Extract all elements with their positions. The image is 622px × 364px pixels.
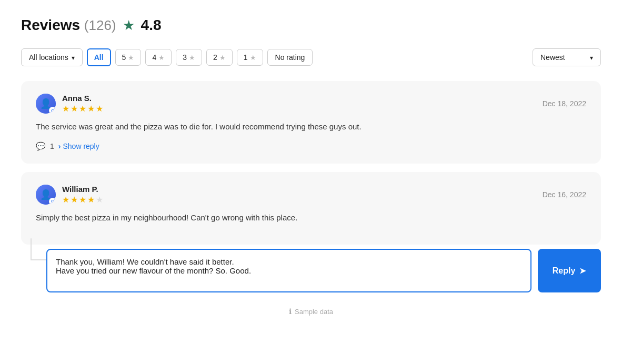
star-icon-2: ★ [219, 54, 226, 62]
star-1-4: ★ [87, 104, 95, 114]
info-icon: ℹ [289, 307, 292, 316]
sample-data-label: Sample data [295, 308, 333, 316]
star-1-1: ★ [62, 104, 69, 114]
reviewer-info-2: 👤 G William P. ★ ★ ★ ★ ★ [36, 185, 103, 205]
google-badge-1: G [49, 107, 56, 114]
show-reply-label-1: Show reply [63, 142, 99, 150]
reply-connector-vertical [31, 238, 32, 260]
filter-chip-1[interactable]: 1 ★ [237, 49, 263, 66]
chip-4-label: 4 [152, 53, 156, 62]
star-rating-2: ★ ★ ★ ★ ★ [62, 195, 103, 205]
star-icon-1: ★ [250, 54, 256, 62]
star-icon-3: ★ [189, 54, 195, 62]
filter-bar: All locations All 5 ★ 4 ★ 3 ★ 2 ★ 1 [21, 48, 601, 66]
review-text-2: Simply the best pizza in my neighbourhoo… [36, 212, 586, 224]
star-2-5: ★ [96, 195, 103, 205]
sort-label: Newest [540, 53, 565, 62]
chevron-down-icon [72, 53, 75, 62]
avatar-2: 👤 G [36, 185, 56, 205]
sample-data-footer: ℹ Sample data [21, 307, 601, 316]
reply-input-row: Reply ➤ [46, 249, 601, 292]
reply-button[interactable]: Reply ➤ [538, 249, 601, 292]
reply-row-1: 💬 1 › Show reply [36, 141, 586, 151]
reviewer-name-1: Anna S. [62, 94, 103, 103]
chip-all-label: All [94, 53, 104, 62]
filter-chips-group: All locations All 5 ★ 4 ★ 3 ★ 2 ★ 1 [21, 48, 313, 66]
no-rating-label: No rating [275, 53, 305, 62]
overall-star-icon: ★ [123, 17, 135, 34]
star-2-1: ★ [62, 195, 69, 205]
comment-icon-1: 💬 [36, 141, 46, 151]
review-date-1: Dec 18, 2022 [543, 99, 586, 108]
review-header-2: 👤 G William P. ★ ★ ★ ★ ★ Dec 16, 2022 [36, 185, 586, 205]
chevron-right-icon: › [58, 142, 61, 150]
show-reply-button-1[interactable]: › Show reply [58, 142, 99, 150]
reviews-header: Reviews (126) ★ 4.8 [21, 17, 601, 34]
review-header-1: 👤 G Anna S. ★ ★ ★ ★ ★ Dec 18, 2022 [36, 94, 586, 114]
sort-chevron-icon [590, 53, 593, 62]
reply-area: Reply ➤ [21, 249, 601, 292]
reply-textarea[interactable] [46, 249, 531, 292]
star-1-2: ★ [71, 104, 78, 114]
review-count: (126) [84, 17, 116, 33]
filter-chip-5[interactable]: 5 ★ [115, 49, 142, 66]
reviewer-name-rating-2: William P. ★ ★ ★ ★ ★ [62, 185, 103, 205]
chip-2-label: 2 [213, 53, 217, 62]
reply-count-1: 1 [50, 142, 54, 150]
reply-button-label: Reply [553, 266, 576, 276]
star-2-2: ★ [71, 195, 78, 205]
overall-rating: 4.8 [141, 17, 162, 34]
chip-3-label: 3 [183, 53, 187, 62]
filter-chip-no-rating[interactable]: No rating [267, 49, 313, 66]
star-rating-1: ★ ★ ★ ★ ★ [62, 104, 103, 114]
page-title: Reviews (126) [21, 17, 116, 34]
star-icon-4: ★ [158, 54, 165, 62]
filter-chip-2[interactable]: 2 ★ [206, 49, 233, 66]
reviewer-info-1: 👤 G Anna S. ★ ★ ★ ★ ★ [36, 94, 103, 114]
avatar-1: 👤 G [36, 94, 56, 114]
star-1-5: ★ [96, 104, 103, 114]
chip-5-label: 5 [122, 53, 126, 62]
review-text-1: The service was great and the pizza was … [36, 121, 586, 133]
reply-connector-horizontal [31, 259, 46, 260]
star-1-3: ★ [79, 104, 86, 114]
title-text: Reviews [21, 17, 80, 33]
star-icon-5: ★ [128, 54, 134, 62]
filter-chip-4[interactable]: 4 ★ [145, 49, 172, 66]
chip-1-label: 1 [244, 53, 248, 62]
filter-chip-all[interactable]: All [87, 48, 111, 66]
google-badge-2: G [49, 198, 56, 205]
review-card-2: 👤 G William P. ★ ★ ★ ★ ★ Dec 16, 2022 Si… [21, 172, 601, 245]
review-date-2: Dec 16, 2022 [543, 190, 586, 199]
star-2-3: ★ [79, 195, 86, 205]
reviewer-name-2: William P. [62, 185, 103, 194]
sort-dropdown[interactable]: Newest [533, 48, 601, 66]
star-2-4: ★ [87, 195, 95, 205]
reviewer-name-rating-1: Anna S. ★ ★ ★ ★ ★ [62, 94, 103, 114]
review-card-1: 👤 G Anna S. ★ ★ ★ ★ ★ Dec 18, 2022 The s… [21, 81, 601, 164]
location-label: All locations [29, 53, 68, 62]
location-dropdown[interactable]: All locations [21, 48, 83, 66]
send-icon: ➤ [579, 266, 586, 276]
filter-chip-3[interactable]: 3 ★ [176, 49, 202, 66]
